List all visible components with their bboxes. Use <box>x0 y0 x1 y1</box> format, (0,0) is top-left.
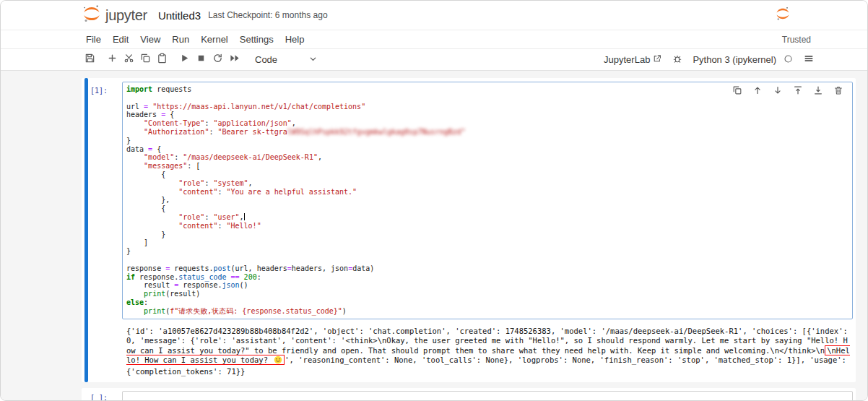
delete-cell-button[interactable] <box>833 86 843 97</box>
code-line: headers = { <box>126 111 849 119</box>
code-line: url = "https://maas-api.lanyun.net/v1/ch… <box>126 103 849 111</box>
cell-toolbar <box>730 85 845 98</box>
output-text-before: {'id': 'a10057e8627d423289b88b408b84f2d2… <box>126 327 852 355</box>
kernel-status-icon <box>784 53 793 66</box>
code-line: data = { <box>126 145 849 154</box>
add-cell-button[interactable] <box>104 52 121 68</box>
code-line: "content": "Hello!" <box>126 222 849 230</box>
jupyter-mark-icon <box>775 6 791 25</box>
toolbar: Code JupyterLab Python 3 (ipykernel) <box>1 49 867 71</box>
code-content[interactable]: import requests url = "https://maas-api.… <box>126 85 849 316</box>
debugger-button[interactable] <box>669 52 685 68</box>
caret-down-icon <box>309 54 317 65</box>
code-line: if response.status_code == 200: <box>126 273 849 282</box>
cell-type-value: Code <box>255 54 277 65</box>
paste-cell-button[interactable] <box>154 52 170 68</box>
save-button[interactable] <box>82 52 98 68</box>
jupyter-window: jupyter Untitled3 Last Checkpoint: 6 mon… <box>0 0 868 401</box>
move-up-icon <box>752 85 763 98</box>
paste-cell-icon <box>157 53 168 66</box>
move-cell-up-button[interactable] <box>752 86 763 97</box>
code-line: else: <box>126 298 849 307</box>
code-line: } <box>126 247 849 256</box>
notebook-area: [1]: <box>1 71 867 401</box>
jupyter-logo-icon <box>82 4 102 27</box>
cell-type-dropdown[interactable]: Code <box>251 53 321 66</box>
insert-above-icon <box>793 85 803 98</box>
restart-run-all-button[interactable] <box>226 52 243 68</box>
code-editor[interactable]: import requests url = "https://maas-api.… <box>122 82 853 319</box>
code-cell: [1]: <box>82 78 856 382</box>
restart-run-all-icon <box>229 53 240 66</box>
restart-kernel-button[interactable] <box>209 52 226 68</box>
code-line <box>126 256 849 264</box>
code-line: "messages": [ <box>126 162 849 171</box>
notebook-header: jupyter Untitled3 Last Checkpoint: 6 mon… <box>1 1 867 30</box>
interrupt-kernel-button[interactable] <box>193 52 209 68</box>
insert-cell-below-button[interactable] <box>812 86 823 97</box>
code-line: }, <box>126 196 849 204</box>
code-line: "Content-Type": "application/json", <box>126 119 849 128</box>
code-line: print(result) <box>126 290 849 298</box>
code-line: } <box>126 230 849 239</box>
run-cell-button[interactable] <box>176 52 193 68</box>
jupyterlab-link-label: JupyterLab <box>604 54 650 65</box>
jupyter-wordmark: jupyter <box>105 7 147 24</box>
code-line: { <box>126 171 849 179</box>
save-icon <box>84 53 95 66</box>
insert-cell-above-button[interactable] <box>792 86 803 97</box>
input-prompt: [1]: <box>90 82 122 378</box>
code-line: result = response.json() <box>126 281 849 290</box>
menu-item-file[interactable]: File <box>80 32 107 47</box>
interrupt-kernel-icon <box>196 53 207 66</box>
selected-cell-bar <box>84 78 88 382</box>
menubar: File Edit View Run Kernel Settings Help … <box>1 30 867 49</box>
menu-item-help[interactable]: Help <box>279 32 311 47</box>
add-cell-icon <box>107 53 118 66</box>
copy-cell-icon <box>140 53 151 66</box>
code-line: "role": "user", <box>126 213 849 222</box>
trusted-button[interactable]: Trusted <box>776 33 817 46</box>
code-line: "content": "You are a helpful assistant.… <box>126 188 849 197</box>
notebook-title[interactable]: Untitled3 <box>158 9 201 22</box>
cut-cell-icon <box>123 53 134 66</box>
debugger-icon <box>672 53 682 66</box>
menu-item-settings[interactable]: Settings <box>234 32 279 47</box>
menu-item-view[interactable]: View <box>134 32 166 47</box>
duplicate-cell-icon <box>732 85 742 98</box>
code-line: "role": "system", <box>126 179 849 188</box>
code-line: { <box>126 204 849 213</box>
kernel-name[interactable]: Python 3 (ipykernel) <box>693 54 776 65</box>
move-cell-down-button[interactable] <box>772 86 783 97</box>
empty-cell: [ ]: <box>82 388 856 401</box>
external-link-icon <box>653 54 661 65</box>
main-menu-button[interactable] <box>800 52 817 68</box>
code-line: "Authorization": "Bearer sk-ttgralW9Sqlh… <box>126 128 849 137</box>
restart-kernel-icon <box>212 53 223 66</box>
empty-input-prompt: [ ]: <box>90 391 122 401</box>
jupyter-logo-link[interactable]: jupyter <box>82 4 147 27</box>
cut-cell-button[interactable] <box>121 52 137 68</box>
code-line: ] <box>126 238 849 247</box>
copy-cell-button[interactable] <box>137 52 154 68</box>
cell-output: {'id': 'a10057e8627d423289b88b408b84f2d2… <box>122 325 853 379</box>
menu-item-kernel[interactable]: Kernel <box>195 32 234 47</box>
run-icon <box>179 53 190 66</box>
jupyterlab-link[interactable]: JupyterLab <box>604 54 661 65</box>
code-line: print(f"请求失败,状态码: {response.status_code}… <box>126 307 849 316</box>
empty-code-editor[interactable] <box>122 391 853 401</box>
code-line: response = requests.post(url, headers=he… <box>126 264 849 273</box>
menu-icon <box>804 53 814 66</box>
menu-item-edit[interactable]: Edit <box>107 32 134 47</box>
code-line: "model": "/maas/deepseek-ai/DeepSeek-R1"… <box>126 153 849 162</box>
code-line: } <box>126 137 849 145</box>
duplicate-cell-button[interactable] <box>732 86 742 97</box>
toolbar-right: JupyterLab Python 3 (ipykernel) <box>604 52 817 68</box>
menu-item-run[interactable]: Run <box>166 32 195 47</box>
smile-emoji-icon <box>274 357 282 366</box>
move-down-icon <box>773 85 783 98</box>
checkpoint-label: Last Checkpoint: 6 months ago <box>208 10 327 20</box>
delete-cell-icon <box>833 85 843 98</box>
insert-below-icon <box>813 85 823 98</box>
